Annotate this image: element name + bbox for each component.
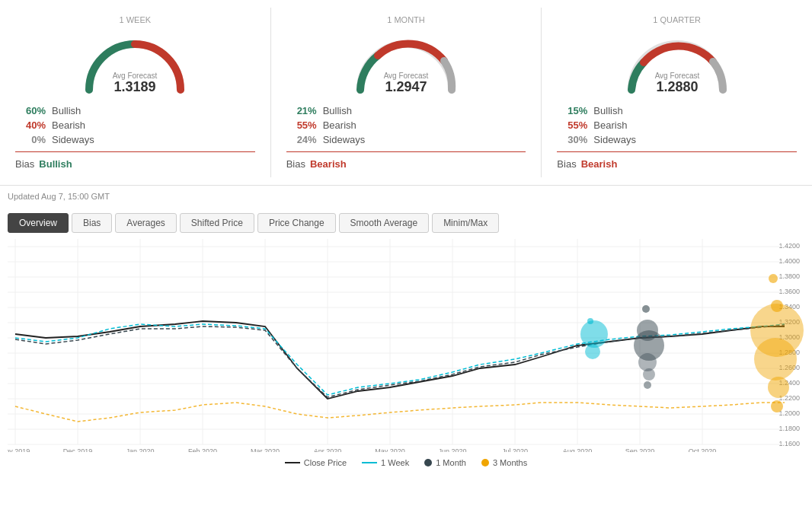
legend-close-price: Close Price xyxy=(285,458,347,467)
tab-smooth-average[interactable]: Smooth Average xyxy=(339,213,430,233)
bias-text-1week: Bias xyxy=(15,158,34,170)
gauge-panel-1week: 1 WEEK Avg Forecast 1.3189 60% Bull xyxy=(0,8,271,177)
bearish-label-1month: Bearish xyxy=(323,119,356,131)
svg-point-49 xyxy=(642,305,650,313)
svg-text:Jul 2020: Jul 2020 xyxy=(502,447,528,452)
gauge-svg-1week: Avg Forecast 1.3189 xyxy=(74,29,196,97)
tab-overview[interactable]: Overview xyxy=(8,213,69,233)
sideways-label-1quarter: Sideways xyxy=(593,134,636,145)
svg-text:Mar 2020: Mar 2020 xyxy=(251,447,280,452)
gauge-svg-1month: Avg Forecast 1.2947 xyxy=(345,29,467,97)
legend-1month-label: 1 Month xyxy=(436,458,466,467)
svg-text:Nov 2019: Nov 2019 xyxy=(8,447,30,452)
tab-averages[interactable]: Averages xyxy=(115,213,176,233)
tab-bar: Overview Bias Averages Shifted Price Pri… xyxy=(0,207,812,239)
svg-text:Feb 2020: Feb 2020 xyxy=(188,447,217,452)
bullish-label-1month: Bullish xyxy=(323,105,352,116)
svg-text:Oct 2020: Oct 2020 xyxy=(689,447,717,452)
tab-shifted-price[interactable]: Shifted Price xyxy=(180,213,254,233)
sideways-row-1week: 0% Sideways xyxy=(15,134,255,145)
legend-close-price-label: Close Price xyxy=(304,458,347,467)
tab-price-change[interactable]: Price Change xyxy=(257,213,336,233)
3months-dot-icon xyxy=(481,459,489,466)
gauge-wrap-1month: Avg Forecast 1.2947 xyxy=(345,29,467,97)
svg-text:Aug 2020: Aug 2020 xyxy=(563,447,593,452)
bearish-pct-1quarter: 55% xyxy=(557,119,587,131)
tab-bias[interactable]: Bias xyxy=(72,213,112,233)
svg-text:Dec 2019: Dec 2019 xyxy=(63,447,93,452)
svg-text:1.2880: 1.2880 xyxy=(656,79,698,94)
bias-row-1week: Bias Bullish xyxy=(15,158,255,170)
svg-text:Apr 2020: Apr 2020 xyxy=(314,447,342,452)
period-title-1month: 1 MONTH xyxy=(286,15,526,24)
bullish-pct-1quarter: 15% xyxy=(557,105,587,116)
sideways-label-1month: Sideways xyxy=(323,134,366,145)
legend-3months: 3 Months xyxy=(481,458,527,467)
close-price-line-icon xyxy=(285,462,300,463)
gauge-panel-1month: 1 MONTH Avg Forecast 1.2947 21% Bul xyxy=(271,8,542,177)
svg-text:Jan 2020: Jan 2020 xyxy=(126,447,154,452)
svg-text:May 2020: May 2020 xyxy=(375,447,405,452)
gauge-svg-1quarter: Avg Forecast 1.2880 xyxy=(616,29,738,97)
bearish-pct-1week: 40% xyxy=(15,119,46,131)
svg-text:1.1600: 1.1600 xyxy=(778,440,800,447)
stats-table-1quarter: 15% Bullish 55% Bearish 30% Sideways xyxy=(557,105,797,145)
1week-line-icon xyxy=(362,462,377,463)
svg-text:1.2000: 1.2000 xyxy=(778,409,800,417)
gauge-panel-1quarter: 1 QUARTER Avg Forecast 1.2880 15% B xyxy=(542,8,812,177)
sideways-pct-1month: 24% xyxy=(286,134,317,145)
legend-1week: 1 Week xyxy=(362,458,409,467)
svg-point-47 xyxy=(580,320,608,348)
gauges-row: 1 WEEK Avg Forecast 1.3189 60% Bull xyxy=(0,8,812,186)
svg-text:1.3189: 1.3189 xyxy=(114,79,156,94)
bearish-row-1week: 40% Bearish xyxy=(15,119,255,131)
chart-area: 1.4200 1.4000 1.3800 1.3600 1.3400 1.320… xyxy=(0,239,812,452)
bullish-label-1week: Bullish xyxy=(52,105,81,116)
main-container: 1 WEEK Avg Forecast 1.3189 60% Bull xyxy=(0,0,812,519)
bearish-label-1quarter: Bearish xyxy=(593,119,627,131)
legend-3months-label: 3 Months xyxy=(493,458,527,467)
bias-value-1month: Bearish xyxy=(310,158,347,170)
sideways-pct-1quarter: 30% xyxy=(557,134,587,145)
sideways-pct-1week: 0% xyxy=(15,134,46,145)
gauge-wrap-1week: Avg Forecast 1.3189 xyxy=(74,29,196,97)
legend-1week-label: 1 Week xyxy=(381,458,409,467)
updated-line: Updated Aug 7, 15:00 GMT xyxy=(0,186,812,207)
gauge-wrap-1quarter: Avg Forecast 1.2880 xyxy=(616,29,738,97)
chart-legend: Close Price 1 Week 1 Month 3 Months xyxy=(0,452,812,473)
stats-table-1month: 21% Bullish 55% Bearish 24% Sideways xyxy=(286,105,526,145)
bearish-label-1week: Bearish xyxy=(52,119,85,131)
main-chart: 1.4200 1.4000 1.3800 1.3600 1.3400 1.320… xyxy=(8,239,804,452)
bias-text-1quarter: Bias xyxy=(557,158,576,170)
svg-text:1.4000: 1.4000 xyxy=(778,257,800,265)
svg-point-58 xyxy=(754,338,797,380)
svg-text:1.3600: 1.3600 xyxy=(778,288,800,295)
bullish-row-1month: 21% Bullish xyxy=(286,105,526,116)
bullish-pct-1month: 21% xyxy=(286,105,317,116)
bias-text-1month: Bias xyxy=(286,158,305,170)
svg-text:1.3800: 1.3800 xyxy=(778,272,800,280)
svg-point-54 xyxy=(644,381,651,389)
sideways-row-1month: 24% Sideways xyxy=(286,134,526,145)
bearish-row-1month: 55% Bearish xyxy=(286,119,526,131)
svg-text:1.1800: 1.1800 xyxy=(778,425,800,432)
svg-point-59 xyxy=(768,377,789,398)
1month-dot-icon xyxy=(424,459,432,466)
svg-point-53 xyxy=(643,368,655,380)
divider-1month xyxy=(286,151,526,152)
svg-text:1.2947: 1.2947 xyxy=(385,79,427,94)
bearish-row-1quarter: 55% Bearish xyxy=(557,119,797,131)
bullish-pct-1week: 60% xyxy=(15,105,46,116)
svg-point-48 xyxy=(585,344,600,359)
bullish-label-1quarter: Bullish xyxy=(593,105,622,116)
svg-point-60 xyxy=(771,400,783,412)
bullish-row-1week: 60% Bullish xyxy=(15,105,255,116)
bearish-pct-1month: 55% xyxy=(286,119,317,131)
svg-text:1.4200: 1.4200 xyxy=(778,242,800,250)
bias-row-1month: Bias Bearish xyxy=(286,158,526,170)
period-title-1quarter: 1 QUARTER xyxy=(557,15,797,24)
tab-minim-max[interactable]: Minim/Max xyxy=(432,213,499,233)
legend-1month: 1 Month xyxy=(424,458,466,467)
svg-text:Jun 2020: Jun 2020 xyxy=(438,447,466,452)
svg-text:Sep 2020: Sep 2020 xyxy=(625,447,655,452)
